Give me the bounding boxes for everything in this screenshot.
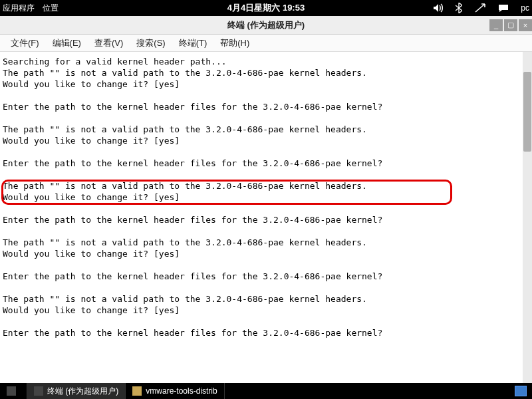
menu-file[interactable]: 文件(F) [4, 35, 46, 52]
system-tray [505, 386, 532, 396]
tray-app-icon[interactable] [515, 386, 527, 396]
window-titlebar: 终端 (作为超级用户) _ ▢ × [0, 16, 532, 35]
close-button[interactable]: × [519, 19, 532, 31]
applications-menu[interactable]: 应用程序 [3, 3, 35, 14]
network-icon[interactable] [474, 3, 486, 13]
menu-view[interactable]: 查看(V) [88, 35, 130, 52]
terminal-output[interactable]: Searching for a valid kernel header path… [0, 52, 532, 342]
taskbar: 终端 (作为超级用户) vmware-tools-distrib [0, 383, 532, 399]
taskbar-item-label: 终端 (作为超级用户) [47, 386, 118, 397]
user-menu[interactable]: pc [521, 3, 529, 13]
window-title: 终端 (作为超级用户) [227, 19, 305, 31]
terminal-area: Searching for a valid kernel header path… [0, 52, 532, 383]
taskbar-item-label: vmware-tools-distrib [146, 386, 217, 396]
menu-edit[interactable]: 编辑(E) [46, 35, 88, 52]
bluetooth-icon[interactable] [456, 3, 462, 13]
show-desktop-icon [7, 386, 16, 396]
system-top-bar: 应用程序 位置 4月4日星期六 19:53 pc [0, 0, 532, 16]
show-desktop-button[interactable] [0, 383, 27, 399]
menu-help[interactable]: 帮助(H) [213, 35, 256, 52]
scrollbar[interactable] [523, 52, 532, 383]
folder-icon [132, 386, 142, 396]
places-menu[interactable]: 位置 [43, 3, 59, 14]
menu-search[interactable]: 搜索(S) [130, 35, 172, 52]
scrollbar-thumb[interactable] [523, 72, 531, 152]
clock: 4月4日星期六 19:53 [227, 2, 305, 14]
taskbar-item-terminal[interactable]: 终端 (作为超级用户) [27, 383, 126, 399]
terminal-icon [34, 386, 43, 396]
chat-icon[interactable] [498, 4, 509, 13]
volume-icon[interactable] [433, 3, 444, 13]
taskbar-item-folder[interactable]: vmware-tools-distrib [126, 383, 224, 399]
menubar: 文件(F) 编辑(E) 查看(V) 搜索(S) 终端(T) 帮助(H) [0, 35, 532, 52]
minimize-button[interactable]: _ [489, 19, 503, 31]
menu-terminal[interactable]: 终端(T) [172, 35, 214, 52]
maximize-button[interactable]: ▢ [504, 19, 517, 31]
